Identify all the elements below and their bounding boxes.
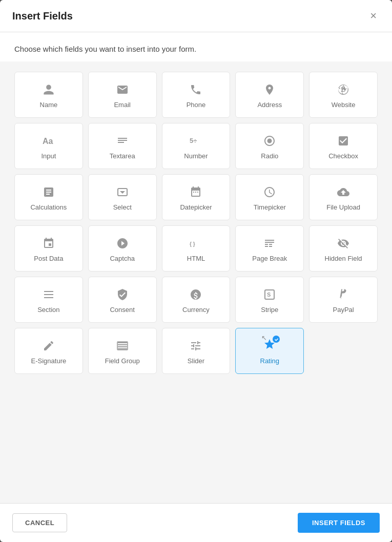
modal-title: Insert Fields xyxy=(12,10,73,22)
website-icon xyxy=(337,82,349,97)
hiddenfield-icon xyxy=(337,236,349,251)
pagebreak-icon xyxy=(263,236,276,251)
name-icon xyxy=(43,82,55,97)
field-card-html[interactable]: { }HTML xyxy=(162,225,231,272)
field-card-input[interactable]: AaInput xyxy=(14,123,83,169)
field-card-email[interactable]: Email xyxy=(88,72,157,118)
fields-grid-area: NameEmailPhoneAddressWebsiteAaInputTexta… xyxy=(0,61,392,503)
field-label-captcha: Captcha xyxy=(110,255,134,263)
field-label-hiddenfield: Hidden Field xyxy=(325,255,362,263)
modal-header: Insert Fields × xyxy=(0,0,392,32)
field-label-timepicker: Timepicker xyxy=(254,203,286,212)
field-card-slider[interactable]: Slider xyxy=(162,328,231,374)
insert-fields-modal: Insert Fields × Choose which fields you … xyxy=(0,0,392,542)
field-label-currency: Currency xyxy=(182,306,210,314)
field-label-pagebreak: Page Break xyxy=(252,255,287,263)
fileupload-icon xyxy=(337,185,349,199)
radio-icon xyxy=(263,134,276,148)
svg-text:S: S xyxy=(267,291,271,298)
close-button[interactable]: × xyxy=(367,9,380,23)
field-card-textarea[interactable]: Textarea xyxy=(88,123,157,169)
field-label-input: Input xyxy=(41,152,56,160)
svg-text:Aa: Aa xyxy=(43,137,53,145)
field-label-name: Name xyxy=(40,101,58,109)
email-icon xyxy=(116,82,129,97)
fieldgroup-icon xyxy=(116,339,129,353)
selected-icon-wrapper: ↖ xyxy=(263,338,276,353)
field-card-timepicker[interactable]: Timepicker xyxy=(235,174,304,220)
field-card-number[interactable]: 5÷Number xyxy=(162,123,231,169)
field-label-fileupload: File Upload xyxy=(326,203,360,212)
field-label-stripe: Stripe xyxy=(261,306,278,314)
field-label-phone: Phone xyxy=(187,101,206,109)
field-label-fieldgroup: Field Group xyxy=(105,357,140,365)
postdata-icon xyxy=(43,236,55,251)
field-card-website[interactable]: Website xyxy=(309,72,378,118)
insert-fields-button[interactable]: INSERT FIELDS xyxy=(298,513,380,533)
field-label-textarea: Textarea xyxy=(110,152,135,160)
esignature-icon xyxy=(43,339,55,353)
field-label-checkbox: Checkbox xyxy=(328,152,358,160)
datepicker-icon xyxy=(190,185,202,199)
modal-subtitle: Choose which fields you want to insert i… xyxy=(0,32,392,61)
field-label-radio: Radio xyxy=(261,152,278,160)
consent-icon xyxy=(116,287,129,302)
currency-icon xyxy=(190,287,202,302)
field-label-rating: Rating xyxy=(260,357,280,365)
field-card-address[interactable]: Address xyxy=(235,72,304,118)
textarea-icon xyxy=(116,134,129,148)
fields-grid: NameEmailPhoneAddressWebsiteAaInputTexta… xyxy=(14,72,378,374)
check-badge xyxy=(273,336,280,343)
section-icon xyxy=(43,287,55,302)
field-card-fileupload[interactable]: File Upload xyxy=(309,174,378,220)
field-card-phone[interactable]: Phone xyxy=(162,72,231,118)
field-card-hiddenfield[interactable]: Hidden Field xyxy=(309,225,378,272)
field-label-paypal: PayPal xyxy=(333,306,354,314)
cancel-button[interactable]: CANCEL xyxy=(12,513,67,532)
rating-icon: ↖ xyxy=(263,339,276,353)
svg-text:5÷: 5÷ xyxy=(190,137,197,144)
field-card-rating[interactable]: ↖ Rating xyxy=(235,328,304,374)
calculations-icon xyxy=(43,185,55,199)
modal-footer: CANCEL INSERT FIELDS xyxy=(0,503,392,542)
svg-text:{  }: { } xyxy=(190,241,195,247)
field-card-select[interactable]: Select xyxy=(88,174,157,220)
field-label-address: Address xyxy=(257,101,282,109)
field-label-datepicker: Datepicker xyxy=(180,203,212,212)
field-card-name[interactable]: Name xyxy=(14,72,83,118)
field-card-pagebreak[interactable]: Page Break xyxy=(235,225,304,272)
field-card-calculations[interactable]: Calculations xyxy=(14,174,83,220)
field-card-postdata[interactable]: Post Data xyxy=(14,225,83,272)
field-card-checkbox[interactable]: Checkbox xyxy=(309,123,378,169)
field-label-calculations: Calculations xyxy=(30,203,67,212)
field-label-html: HTML xyxy=(187,255,205,263)
paypal-icon xyxy=(337,287,349,302)
captcha-icon xyxy=(116,236,129,251)
field-card-radio[interactable]: Radio xyxy=(235,123,304,169)
field-card-stripe[interactable]: SStripe xyxy=(235,277,304,323)
field-label-slider: Slider xyxy=(188,357,204,365)
timepicker-icon xyxy=(263,185,276,199)
phone-icon xyxy=(190,82,202,97)
field-card-datepicker[interactable]: Datepicker xyxy=(162,174,231,220)
select-icon xyxy=(116,185,129,199)
number-icon: 5÷ xyxy=(190,134,202,148)
field-card-section[interactable]: Section xyxy=(14,277,83,323)
address-icon xyxy=(263,82,276,97)
field-card-currency[interactable]: Currency xyxy=(162,277,231,323)
field-label-esignature: E-Signature xyxy=(31,357,67,365)
field-label-email: Email xyxy=(114,101,131,109)
field-card-esignature[interactable]: E-Signature xyxy=(14,328,83,374)
field-label-select: Select xyxy=(113,203,132,212)
field-label-section: Section xyxy=(37,306,59,314)
field-label-number: Number xyxy=(184,152,208,160)
checkbox-icon xyxy=(337,134,349,148)
field-card-consent[interactable]: Consent xyxy=(88,277,157,323)
html-icon: { } xyxy=(190,236,202,251)
field-card-paypal[interactable]: PayPal xyxy=(309,277,378,323)
input-icon: Aa xyxy=(43,134,55,148)
field-card-fieldgroup[interactable]: Field Group xyxy=(88,328,157,374)
cursor-icon: ↖ xyxy=(261,334,267,342)
field-label-postdata: Post Data xyxy=(34,255,63,263)
field-card-captcha[interactable]: Captcha xyxy=(88,225,157,272)
